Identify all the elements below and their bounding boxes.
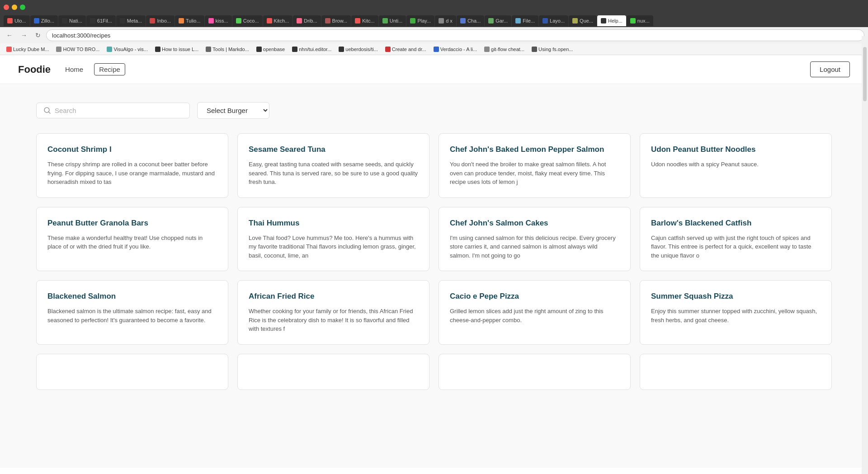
recipe-description-10: Grilled lemon slices add just the right …	[450, 307, 619, 324]
recipe-title-8: Blackened Salmon	[47, 291, 217, 301]
nav-recipe[interactable]: Recipe	[94, 63, 125, 75]
minimize-window-button[interactable]	[12, 5, 17, 10]
tab-inbo[interactable]: Inbo...	[146, 15, 175, 26]
bookmark-tools[interactable]: Tools | Markdo...	[203, 46, 252, 53]
recipe-card-9[interactable]: African Fried RiceWhether cooking for yo…	[237, 280, 429, 345]
tab-nati[interactable]: Nati...	[58, 15, 86, 26]
recipe-description-2: You don't need the broiler to make great…	[450, 160, 619, 187]
recipe-title-5: Thai Hummus	[249, 218, 418, 228]
recipe-description-8: Blackened salmon is the ultimate salmon …	[47, 307, 217, 324]
forward-button[interactable]: →	[18, 31, 30, 40]
recipe-card-8[interactable]: Blackened SalmonBlackened salmon is the …	[36, 280, 228, 345]
recipe-card-partial-2[interactable]	[237, 354, 429, 390]
tab-kitc2[interactable]: Kitc...	[351, 15, 378, 26]
search-input[interactable]	[55, 107, 182, 114]
recipe-description-6: I'm using canned salmon for this delicio…	[450, 234, 619, 260]
scrollbar-thumb[interactable]	[863, 47, 867, 101]
svg-line-1	[49, 112, 51, 113]
app-nav: Home Recipe	[65, 63, 810, 75]
recipe-card-5[interactable]: Thai HummusLove Thai food? Love hummus? …	[237, 207, 429, 272]
bookmark-openbase[interactable]: openbase	[254, 46, 288, 53]
bookmark-verdaccio[interactable]: Verdaccio - A li...	[431, 46, 480, 53]
recipe-card-4[interactable]: Peanut Butter Granola BarsThese make a w…	[36, 207, 228, 272]
recipe-card-partial-1[interactable]	[36, 354, 228, 390]
bookmarks-bar: Lucky Dube M... HOW TO BRO... VisuAlgo -…	[0, 43, 868, 55]
search-icon	[44, 107, 51, 114]
recipe-card-11[interactable]: Summer Squash PizzaEnjoy this summer stu…	[640, 280, 832, 345]
tab-play[interactable]: Play...	[406, 15, 434, 26]
recipe-title-0: Coconut Shrimp I	[47, 145, 217, 155]
recipe-card-partial-4[interactable]	[640, 354, 832, 390]
close-window-button[interactable]	[4, 5, 9, 10]
tab-gar[interactable]: Gar...	[485, 15, 511, 26]
tab-dx[interactable]: d x	[435, 15, 456, 26]
tab-unti[interactable]: Unti...	[379, 15, 406, 26]
bookmark-how[interactable]: HOW TO BRO...	[53, 46, 102, 53]
recipe-card-2[interactable]: Chef John's Baked Lemon Pepper SalmonYou…	[439, 133, 631, 198]
filters-row: Select Burger Salad Pasta Pizza Seafood	[36, 102, 832, 119]
recipe-title-1: Sesame Seared Tuna	[249, 145, 418, 155]
bookmark-gitflow[interactable]: git-flow cheat...	[481, 46, 527, 53]
recipe-description-0: These crispy shrimp are rolled in a coco…	[47, 160, 217, 187]
bookmark-lucky[interactable]: Lucky Dube M...	[4, 46, 52, 53]
tab-tulio[interactable]: Tulio...	[175, 15, 204, 26]
window-controls	[4, 5, 25, 10]
tab-nux[interactable]: nux...	[627, 15, 653, 26]
recipe-title-2: Chef John's Baked Lemon Pepper Salmon	[450, 145, 619, 155]
recipe-card-7[interactable]: Barlow's Blackened CatfishCajun catfish …	[640, 207, 832, 272]
logout-button[interactable]: Logout	[810, 61, 850, 77]
bookmark-create[interactable]: Create and dr...	[382, 46, 429, 53]
recipe-title-3: Udon Peanut Butter Noodles	[651, 145, 821, 155]
tab-help[interactable]: Help...	[597, 15, 626, 26]
reload-button[interactable]: ↻	[33, 31, 43, 40]
tab-kiss[interactable]: kiss...	[205, 15, 232, 26]
bookmark-nhn[interactable]: nhn/tui.editor...	[289, 46, 334, 53]
recipe-description-5: Love Thai food? Love hummus? Me too. Her…	[249, 234, 418, 260]
tab-bar: Ulo... Zillo... Nati... 61Fil... Meta...…	[0, 14, 868, 27]
recipe-title-6: Chef John's Salmon Cakes	[450, 218, 619, 228]
tab-ulo[interactable]: Ulo...	[4, 15, 30, 26]
recipe-title-7: Barlow's Blackened Catfish	[651, 218, 821, 228]
tab-file[interactable]: File...	[512, 15, 538, 26]
recipe-grid: Coconut Shrimp IThese crispy shrimp are …	[36, 133, 832, 345]
tab-layo[interactable]: Layo...	[539, 15, 568, 26]
url-text: localhost:3000/recipes	[52, 32, 110, 39]
tab-meta[interactable]: Meta...	[116, 15, 146, 26]
browser-chrome: Ulo... Zillo... Nati... 61Fil... Meta...…	[0, 0, 868, 55]
recipe-description-9: Whether cooking for your family or for f…	[249, 307, 418, 333]
recipe-card-10[interactable]: Cacio e Pepe PizzaGrilled lemon slices a…	[439, 280, 631, 345]
app-header: Foodie Home Recipe Logout	[0, 55, 868, 84]
bookmark-visalgo[interactable]: VisuAlgo - vis...	[104, 46, 151, 53]
recipe-card-0[interactable]: Coconut Shrimp IThese crispy shrimp are …	[36, 133, 228, 198]
recipe-card-partial-3[interactable]	[439, 354, 631, 390]
recipe-description-4: These make a wonderful healthy treat! Us…	[47, 234, 217, 251]
bookmark-ueber[interactable]: ueberdosis/ti...	[336, 46, 381, 53]
tab-cha[interactable]: Cha...	[457, 15, 484, 26]
back-button[interactable]: ←	[4, 31, 15, 40]
tab-coco[interactable]: Coco...	[232, 15, 263, 26]
main-content: Select Burger Salad Pasta Pizza Seafood …	[0, 84, 868, 468]
search-box	[36, 103, 190, 118]
tab-drib[interactable]: Drib...	[293, 15, 321, 26]
category-select[interactable]: Select Burger Salad Pasta Pizza Seafood	[197, 102, 269, 119]
bookmark-howissue[interactable]: How to issue L...	[152, 46, 201, 53]
recipe-card-1[interactable]: Sesame Seared TunaEasy, great tasting tu…	[237, 133, 429, 198]
scrollbar[interactable]	[862, 36, 868, 468]
tab-brow[interactable]: Brow...	[321, 15, 351, 26]
recipe-description-3: Udon noodles with a spicy Peanut sauce.	[651, 160, 821, 169]
recipe-title-10: Cacio e Pepe Pizza	[450, 291, 619, 301]
tab-zillo[interactable]: Zillo...	[30, 15, 58, 26]
recipe-card-3[interactable]: Udon Peanut Butter NoodlesUdon noodles w…	[640, 133, 832, 198]
tab-que[interactable]: Que...	[569, 15, 597, 26]
tab-61fil[interactable]: 61Fil...	[86, 15, 116, 26]
maximize-window-button[interactable]	[20, 5, 25, 10]
address-bar[interactable]: localhost:3000/recipes	[46, 29, 864, 41]
recipe-card-6[interactable]: Chef John's Salmon CakesI'm using canned…	[439, 207, 631, 272]
tab-kitch[interactable]: Kitch...	[263, 15, 293, 26]
recipe-title-11: Summer Squash Pizza	[651, 291, 821, 301]
nav-home[interactable]: Home	[65, 66, 83, 73]
browser-nav-bar: ← → ↻ localhost:3000/recipes	[0, 27, 868, 43]
app-logo: Foodie	[18, 64, 51, 75]
bookmark-fs[interactable]: Using fs.open...	[529, 46, 576, 53]
browser-titlebar	[0, 0, 868, 14]
